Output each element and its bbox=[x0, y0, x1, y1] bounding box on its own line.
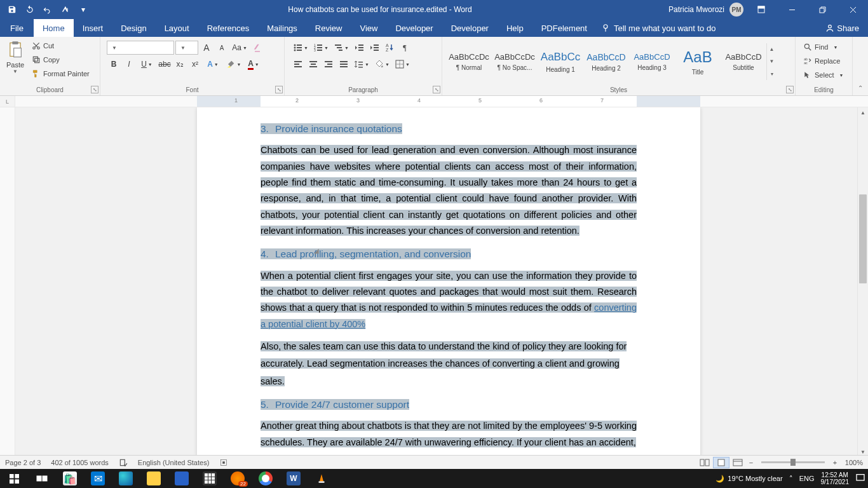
macro-status[interactable] bbox=[219, 458, 228, 467]
maximize-button[interactable] bbox=[810, 0, 835, 19]
tab-mailings[interactable]: Mailings bbox=[258, 19, 306, 37]
scroll-up-button[interactable]: ▲ bbox=[858, 107, 868, 118]
cut-button[interactable]: Cut bbox=[32, 39, 90, 52]
taskbar-vlc[interactable] bbox=[308, 469, 336, 488]
tab-design[interactable]: Design bbox=[112, 19, 155, 37]
taskbar-edge[interactable] bbox=[112, 469, 140, 488]
italic-button[interactable]: I bbox=[122, 57, 136, 71]
read-mode-button[interactable] bbox=[696, 457, 713, 468]
change-case-button[interactable]: Aa▼ bbox=[230, 41, 249, 55]
taskbar-clock[interactable]: 12:52 AM9/17/2021 bbox=[821, 471, 850, 485]
tab-developer-2[interactable]: Developer bbox=[442, 19, 498, 37]
task-view-button[interactable] bbox=[28, 469, 56, 488]
share-button[interactable]: Share bbox=[817, 19, 868, 37]
taskbar-explorer[interactable] bbox=[140, 469, 168, 488]
page-number-status[interactable]: Page 2 of 3 bbox=[5, 459, 41, 466]
zoom-slider[interactable] bbox=[761, 461, 825, 463]
numbering-button[interactable]: 123▼ bbox=[311, 41, 330, 55]
close-button[interactable] bbox=[840, 0, 865, 19]
tab-pdfelement[interactable]: PDFelement bbox=[532, 19, 596, 37]
collapse-heading-icon[interactable]: ◢ bbox=[314, 245, 319, 257]
tab-view[interactable]: View bbox=[351, 19, 386, 37]
taskbar-app-blue[interactable] bbox=[168, 469, 196, 488]
style-subtitle[interactable]: AaBbCcDSubtitle bbox=[721, 43, 766, 80]
styles-more-button[interactable]: ▲▼▾ bbox=[766, 43, 776, 80]
tell-me-search[interactable]: Tell me what you want to do bbox=[596, 19, 721, 37]
clear-formatting-button[interactable] bbox=[250, 41, 264, 55]
language-status[interactable]: English (United States) bbox=[138, 459, 210, 466]
font-size-combo[interactable]: ▼ bbox=[175, 41, 198, 55]
tab-insert[interactable]: Insert bbox=[74, 19, 112, 37]
read-aloud-button[interactable] bbox=[57, 1, 74, 18]
taskbar-app-dots[interactable] bbox=[196, 469, 224, 488]
line-spacing-button[interactable]: ▼ bbox=[352, 57, 371, 71]
redo-button[interactable] bbox=[39, 1, 56, 18]
tab-help[interactable]: Help bbox=[498, 19, 532, 37]
start-button[interactable] bbox=[0, 469, 28, 488]
web-layout-button[interactable] bbox=[729, 457, 746, 468]
increase-indent-button[interactable] bbox=[367, 41, 381, 55]
undo-button[interactable] bbox=[22, 1, 38, 18]
show-hide-button[interactable]: ¶ bbox=[398, 41, 412, 55]
grow-font-button[interactable]: A bbox=[200, 41, 214, 55]
zoom-out-button[interactable]: − bbox=[746, 459, 756, 466]
style-heading-2[interactable]: AaBbCcDHeading 2 bbox=[583, 43, 629, 80]
tray-chevron-icon[interactable]: ˄ bbox=[789, 475, 793, 483]
sort-button[interactable]: AZ bbox=[383, 41, 397, 55]
user-name[interactable]: Patricia Mworozi bbox=[668, 5, 724, 14]
paragraph-dialog-launcher[interactable]: ⤡ bbox=[433, 86, 440, 93]
user-avatar[interactable]: PM bbox=[729, 3, 743, 17]
document-page[interactable]: 3.Provide insurance quotations Chatbots … bbox=[197, 107, 700, 458]
clipboard-dialog-launcher[interactable]: ⤡ bbox=[91, 86, 98, 93]
replace-button[interactable]: abacReplace bbox=[803, 55, 840, 67]
borders-button[interactable]: ▼ bbox=[393, 57, 412, 71]
select-button[interactable]: Select▼ bbox=[803, 69, 844, 81]
taskbar-firefox[interactable]: 22 bbox=[224, 469, 252, 488]
taskbar-mail[interactable]: ✉ bbox=[84, 469, 112, 488]
spell-check-status[interactable] bbox=[119, 458, 128, 467]
text-effects-button[interactable]: A▼ bbox=[203, 57, 222, 71]
align-left-button[interactable] bbox=[291, 57, 305, 71]
superscript-button[interactable]: x² bbox=[188, 57, 202, 71]
styles-dialog-launcher[interactable]: ⤡ bbox=[786, 86, 794, 93]
tab-layout[interactable]: Layout bbox=[156, 19, 198, 37]
tab-references[interactable]: References bbox=[198, 19, 258, 37]
word-count-status[interactable]: 402 of 1005 words bbox=[51, 459, 109, 466]
minimize-button[interactable] bbox=[779, 0, 804, 19]
decrease-indent-button[interactable] bbox=[352, 41, 366, 55]
bold-button[interactable]: B bbox=[107, 57, 121, 71]
subscript-button[interactable]: x₂ bbox=[173, 57, 187, 71]
tab-review[interactable]: Review bbox=[306, 19, 351, 37]
style-heading-1[interactable]: AaBbCcHeading 1 bbox=[538, 43, 583, 80]
find-button[interactable]: Find▼ bbox=[803, 41, 837, 53]
scroll-thumb[interactable] bbox=[859, 194, 867, 283]
vertical-ruler[interactable] bbox=[0, 107, 15, 458]
vertical-scrollbar[interactable]: ▲ ▼ bbox=[857, 107, 868, 458]
font-color-button[interactable]: A▼ bbox=[244, 57, 263, 71]
taskbar-word[interactable]: W bbox=[280, 469, 308, 488]
tab-home[interactable]: Home bbox=[34, 19, 74, 37]
copy-button[interactable]: Copy bbox=[32, 53, 90, 66]
style--no-spac-[interactable]: AaBbCcDc¶ No Spac... bbox=[492, 43, 538, 80]
underline-button[interactable]: U▼ bbox=[137, 57, 156, 71]
ribbon-display-options[interactable] bbox=[749, 0, 774, 19]
tray-lang[interactable]: ENG bbox=[799, 475, 815, 482]
taskbar-store[interactable]: 🛍️ bbox=[56, 469, 84, 488]
paste-button[interactable]: Paste ▼ bbox=[3, 38, 28, 74]
highlight-button[interactable]: ▼ bbox=[224, 57, 243, 71]
ruler-corner[interactable]: L bbox=[0, 96, 15, 107]
align-center-button[interactable] bbox=[306, 57, 320, 71]
bullets-button[interactable]: ▼ bbox=[291, 41, 310, 55]
multilevel-list-button[interactable]: ▼ bbox=[332, 41, 351, 55]
tab-developer[interactable]: Developer bbox=[386, 19, 442, 37]
horizontal-ruler[interactable]: L 1234567 bbox=[0, 96, 868, 107]
strikethrough-button[interactable]: abc bbox=[158, 57, 172, 71]
justify-button[interactable] bbox=[337, 57, 351, 71]
shading-button[interactable]: ▼ bbox=[372, 57, 391, 71]
align-right-button[interactable] bbox=[322, 57, 336, 71]
zoom-in-button[interactable]: + bbox=[830, 459, 840, 466]
qat-customize[interactable]: ▾ bbox=[75, 1, 92, 18]
weather-widget[interactable]: 🌙19°C Mostly clear bbox=[715, 475, 782, 483]
font-name-combo[interactable]: ▼ bbox=[107, 41, 174, 55]
shrink-font-button[interactable]: A bbox=[215, 41, 229, 55]
